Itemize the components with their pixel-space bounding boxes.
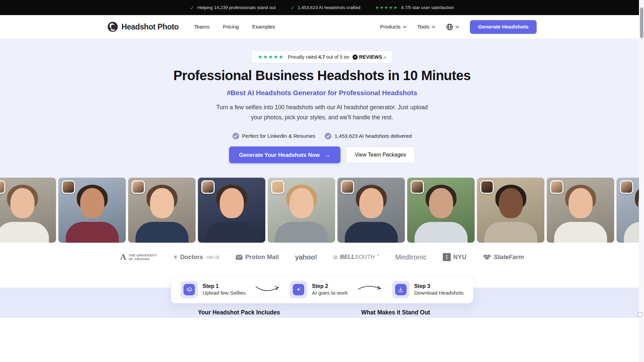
stars-icon: ★★★★★ (375, 5, 398, 10)
shoulders-shape (66, 222, 119, 243)
shoulders-shape (554, 222, 607, 243)
nav-teams[interactable]: Teams (194, 24, 210, 30)
face-shape (429, 188, 453, 218)
check-icon: ✓ (190, 5, 195, 11)
statefarm-ovals-icon (483, 254, 491, 260)
selfie-thumbnail (131, 180, 145, 194)
logo-state-farm: StateFarm (483, 253, 524, 261)
reviews-rating-badge[interactable]: ★★★★★ Proudly rated 4.7 out of 5 on ★ RE… (251, 51, 393, 63)
below-fold-whitespace (0, 318, 644, 362)
face-shape (289, 188, 314, 218)
reviewsio-logo: ★ REVIEWS .io (353, 54, 386, 60)
face-shape (10, 188, 35, 218)
headshot-card (0, 178, 56, 243)
language-selector[interactable] (446, 23, 459, 31)
headshot-card (407, 178, 475, 243)
sparkles-icon (293, 284, 304, 295)
topbar-stat-text: 4.7/5 star user satisfaction (401, 5, 454, 10)
selfie-thumbnail (620, 180, 633, 194)
upload-icon-frame (180, 281, 198, 298)
nyu-torch-icon (443, 253, 451, 261)
step-label: Step 1 (203, 283, 246, 289)
generate-headshots-button[interactable]: Generate Headshots (470, 20, 537, 34)
download-icon (395, 284, 407, 295)
shoulders-shape (136, 222, 189, 243)
face-shape (499, 188, 523, 218)
topbar-stat-rating: ★★★★★ 4.7/5 star user satisfaction (375, 5, 454, 10)
check-icon: ✓ (290, 5, 295, 11)
step-label: Step 3 (414, 283, 464, 289)
logo-university-of-arizona: A The Universityof Arizona (120, 253, 157, 261)
gear-icon: ✳ (173, 254, 178, 261)
menu-tools[interactable]: Tools (417, 24, 435, 30)
selfie-thumbnail (0, 180, 5, 194)
upload-cloud-icon (183, 284, 195, 295)
headshot-carousel[interactable] (0, 178, 644, 243)
face-shape (569, 188, 593, 218)
brand-logo[interactable]: Headshot Photo (107, 21, 179, 32)
view-team-packages-button[interactable]: View Team Packages (346, 146, 415, 163)
check-circle-icon (325, 133, 331, 139)
chevron-down-icon (432, 26, 435, 28)
shoulders-shape (0, 222, 49, 243)
page-scrollbar[interactable] (639, 0, 644, 362)
step-2: Step 2 AI goes to work (290, 281, 348, 298)
stars-icon: ★★★★★ (258, 54, 284, 60)
topbar-stat-professionals: ✓ Helping 14,239 professionals stand out (190, 5, 276, 11)
logo-proton-mail: Proton Mail (235, 254, 279, 261)
reviewsio-tld: .io (383, 56, 386, 60)
steps-section: Step 1 Upload few Selfies Ste (0, 288, 644, 318)
face-shape (80, 188, 104, 218)
hero-subtitle: #Best AI Headshots Generator for Profess… (0, 89, 644, 97)
scroll-corner-widget (638, 312, 642, 317)
hero-description: Turn a few selfies into 100 headshots wi… (0, 102, 644, 122)
hero-section: ★★★★★ Proudly rated 4.7 out of 5 on ★ RE… (0, 39, 644, 178)
headshot-card (477, 178, 544, 243)
carousel-track (0, 178, 644, 243)
logo-bellsouth: ◎ BELLSOUTH ® (333, 254, 379, 260)
reviewsio-wordmark: REVIEWS (359, 54, 382, 60)
face-shape (220, 188, 244, 218)
face-shape (359, 188, 383, 218)
headshot-card (58, 178, 126, 243)
selfie-thumbnail (550, 180, 564, 194)
shoulders-shape (275, 222, 328, 243)
camera-logo-icon (107, 21, 118, 32)
check-item-text: Perfect for LinkedIn & Resumes (242, 133, 316, 139)
logo-doctors-net-uk: ✳ Doctors.net.uk (173, 254, 219, 261)
selfie-thumbnail (201, 180, 215, 194)
scrollbar-thumb[interactable] (640, 7, 643, 38)
nav-pricing[interactable]: Pricing (223, 24, 238, 30)
how-it-works-card: Step 1 Upload few Selfies Ste (171, 276, 473, 303)
chevron-down-icon (403, 26, 407, 28)
primary-cta-label: Generate Your Headshots Now (239, 152, 320, 158)
headshot-card (268, 178, 335, 243)
generate-your-headshots-button[interactable]: Generate Your Headshots Now → (229, 146, 341, 163)
ai-icon-frame (290, 281, 307, 298)
check-item-text: 1,453,623 AI headshots delivered (334, 133, 412, 139)
shoulders-shape (345, 222, 398, 243)
step-text: AI goes to work (312, 290, 348, 296)
envelope-icon (235, 254, 243, 260)
logo-yahoo: yahoo! (295, 253, 317, 261)
step-label: Step 2 (312, 283, 348, 289)
section-heading-pack-includes: Your Headshot Pack Includes (198, 309, 280, 316)
download-icon-frame (392, 281, 410, 298)
menu-products[interactable]: Products (380, 24, 407, 30)
headshot-card (128, 178, 196, 243)
globe-icon (446, 23, 453, 31)
nav-examples[interactable]: Examples (252, 24, 275, 30)
curved-arrow-icon (357, 284, 383, 293)
check-item-linkedin: Perfect for LinkedIn & Resumes (232, 133, 316, 139)
headshot-card (547, 178, 614, 243)
step-text: Upload few Selfies (203, 290, 246, 296)
step-text: Download Headshots (414, 290, 464, 296)
check-circle-icon (232, 133, 239, 139)
headshot-photo (0, 178, 56, 243)
topbar-stat-text: 1,453,623 AI headshots crafted (298, 5, 360, 10)
main-nav: Teams Pricing Examples (194, 24, 275, 30)
selfie-thumbnail (62, 180, 75, 194)
shoulders-shape (415, 222, 468, 243)
shoulders-shape (205, 222, 258, 243)
announcement-bar: ✓ Helping 14,239 professionals stand out… (0, 0, 644, 15)
